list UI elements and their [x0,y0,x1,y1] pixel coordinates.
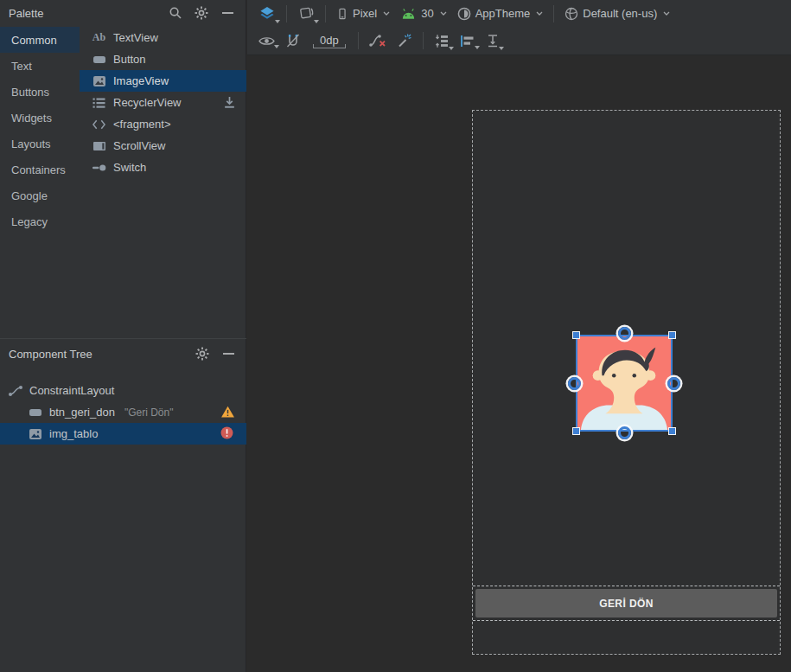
palette-item-imageview[interactable]: ImageView [80,70,246,92]
design-toolbar: Pixel 30 AppTheme Default (en-us) [247,0,791,27]
layout-bound-line [473,620,780,621]
chevron-down-icon [383,11,390,16]
avatar-image [577,336,671,430]
design-surface-button[interactable] [253,3,281,24]
minimize-icon[interactable] [218,3,237,22]
component-tree-header: Component Tree [0,339,246,368]
layout-bound-line [473,586,780,586]
minimize-icon[interactable] [219,344,238,363]
palette-item-recyclerview[interactable]: RecyclerView [80,92,246,113]
clear-constraints-icon [369,34,386,48]
orientation-button[interactable] [292,3,320,24]
error-icon[interactable] [220,426,235,440]
theme-selector[interactable]: AppTheme [452,4,549,23]
device-screen[interactable]: GERİ DÖN [472,110,781,655]
constraint-anchor-right[interactable] [667,377,680,390]
chevron-down-icon [440,11,447,16]
component-tree-title: Component Tree [9,348,92,361]
align-button[interactable] [455,32,481,50]
button-icon [92,53,106,66]
infer-constraints-icon [397,33,412,48]
fragment-icon [92,118,106,131]
category-widgets[interactable]: Widgets [0,105,80,131]
category-layouts[interactable]: Layouts [0,131,80,157]
palette-item-textview[interactable]: Ab TextView [80,27,246,48]
imageview-icon [27,427,43,440]
android-icon [400,8,417,20]
guideline-button[interactable] [481,31,505,51]
palette-item-scrollview[interactable]: ScrollView [80,135,246,157]
imageview-widget[interactable] [576,335,673,432]
resize-handle-top-right[interactable] [668,331,676,339]
palette-item-switch[interactable]: Switch [80,157,246,178]
component-tree-rows: ConstraintLayout btn_geri_don "Geri Dön"… [0,380,246,445]
palette-item-button[interactable]: Button [80,48,246,70]
theme-icon [457,7,471,21]
resize-handle-bottom-left[interactable] [572,427,580,435]
chevron-down-icon [536,11,543,16]
chevron-down-icon [663,11,670,16]
device-icon [336,7,348,21]
component-tree-panel: Component Tree ConstraintLayout btn_geri… [0,338,246,672]
view-options-icon [258,35,275,47]
tree-node-constraintlayout[interactable]: ConstraintLayout [0,380,246,401]
left-panel: Palette Common Text Buttons Widgets Layo… [0,0,246,672]
download-icon[interactable] [223,96,236,109]
view-options-button[interactable] [253,33,280,49]
design-surface-icon [258,5,276,22]
scrollview-icon [92,139,106,152]
palette-title: Palette [9,7,43,20]
autoconnect-toggle[interactable] [280,30,306,51]
align-icon [460,35,475,48]
gear-icon[interactable] [193,344,212,363]
switch-icon [92,161,106,174]
category-text[interactable]: Text [0,53,80,79]
geri-don-button[interactable]: GERİ DÖN [475,589,777,618]
category-containers[interactable]: Containers [0,157,80,182]
gear-icon[interactable] [192,3,211,22]
autoconnect-off-icon [285,33,301,48]
search-icon[interactable] [166,3,185,22]
resize-handle-bottom-right[interactable] [668,427,676,435]
orientation-icon [297,5,315,22]
button-icon [27,406,43,419]
warning-icon[interactable] [220,405,235,419]
infer-constraints-button[interactable] [392,30,418,51]
constraint-anchor-left[interactable] [568,377,581,390]
api-level-selector[interactable]: 30 [395,4,451,22]
constraint-anchor-bottom[interactable] [618,426,631,439]
category-google[interactable]: Google [0,182,80,208]
palette-body: Common Text Buttons Widgets Layouts Cont… [0,27,246,336]
recyclerview-icon [92,96,106,109]
palette-header: Palette [0,0,246,26]
guideline-icon [486,34,500,48]
resize-handle-top-left[interactable] [572,331,580,339]
locale-selector[interactable]: Default (en-us) [559,4,675,23]
imageview-icon [92,74,106,87]
category-buttons[interactable]: Buttons [0,79,80,105]
android-studio-layout-editor: Palette Common Text Buttons Widgets Layo… [0,0,791,672]
pack-button[interactable] [429,31,455,51]
device-selector[interactable]: Pixel [331,4,395,23]
clear-constraints-button[interactable] [364,31,392,50]
palette-categories: Common Text Buttons Widgets Layouts Cont… [0,27,80,234]
tree-node-text-value: "Geri Dön" [124,406,174,419]
locale-icon [565,7,578,21]
default-margin-control[interactable]: 0dp [313,34,346,48]
tree-node-btn-geri-don[interactable]: btn_geri_don "Geri Dön" [0,401,246,423]
pack-icon [434,34,450,48]
constraintlayout-icon [7,384,23,397]
constraint-anchor-top[interactable] [618,327,631,340]
palette-items: Ab TextView Button ImageView RecyclerVie… [80,27,246,178]
category-common[interactable]: Common [0,27,80,53]
constraint-toolbar: 0dp [247,27,791,55]
design-canvas[interactable]: GERİ DÖN [247,55,791,672]
palette-item-fragment[interactable]: <fragment> [80,113,246,135]
tree-node-img-tablo[interactable]: img_tablo [0,423,246,445]
category-legacy[interactable]: Legacy [0,208,80,234]
textview-icon: Ab [92,31,106,44]
